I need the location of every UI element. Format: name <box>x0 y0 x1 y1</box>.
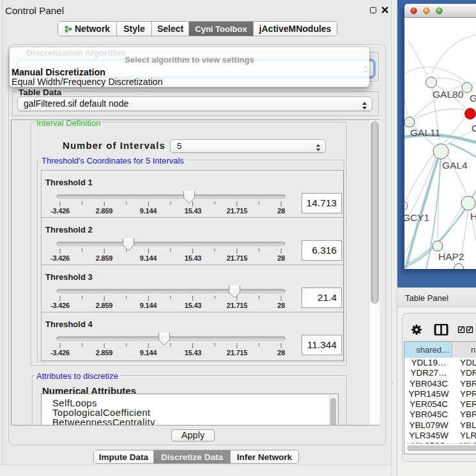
svg-text:H: H <box>470 211 476 222</box>
svg-text:GAL80: GAL80 <box>433 89 464 100</box>
svg-text:GAL11: GAL11 <box>410 127 440 138</box>
svg-text:GA: GA <box>470 93 476 104</box>
svg-text:GAL4: GAL4 <box>442 160 468 171</box>
svg-text:GCY1: GCY1 <box>404 212 429 223</box>
svg-text:HAP2: HAP2 <box>438 251 464 262</box>
svg-text:C: C <box>472 123 476 134</box>
